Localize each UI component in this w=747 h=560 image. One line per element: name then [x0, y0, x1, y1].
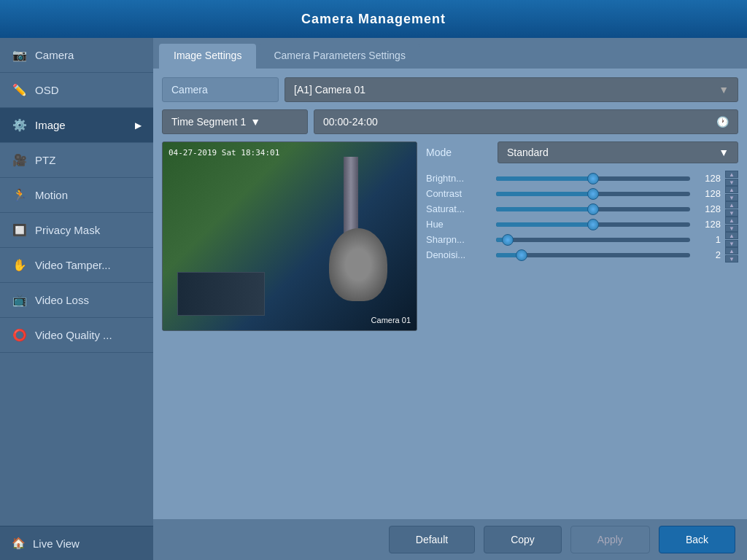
sidebar-item-video-loss[interactable]: 📺 Video Loss: [0, 283, 153, 318]
preview-camera-label: Camera 01: [371, 316, 411, 324]
sidebar-icon-privacy-mask: 🔲: [12, 223, 28, 237]
sidebar-item-ptz[interactable]: 🎥 PTZ: [0, 143, 153, 178]
slider-controls-denoise: ▲ ▼: [725, 247, 738, 262]
camera-preview: 04-27-2019 Sat 18:34:01 Camera 01: [162, 141, 417, 331]
time-segment-row: Time Segment 1 ▼ 00:00-24:00 🕐: [162, 109, 738, 134]
sidebar-item-motion[interactable]: 🏃 Motion: [0, 178, 153, 213]
sidebar-icon-video-tamper: ✋: [12, 258, 28, 272]
app-title: Camera Management: [301, 12, 446, 27]
slider-up-contrast[interactable]: ▲: [725, 186, 738, 193]
sidebar-label-privacy-mask: Privacy Mask: [35, 224, 100, 236]
sidebar-item-privacy-mask[interactable]: 🔲 Privacy Mask: [0, 213, 153, 248]
slider-row-saturation: Saturat... 128 ▲ ▼: [426, 201, 738, 217]
slider-row-sharpness: Sharpn... 1 ▲ ▼: [426, 232, 738, 247]
slider-thumb-contrast[interactable]: [587, 188, 599, 200]
slider-track-sharpness[interactable]: [496, 238, 690, 242]
sidebar-label-ptz: PTZ: [35, 154, 55, 166]
slider-up-brightness[interactable]: ▲: [725, 171, 738, 178]
slider-value-contrast: 128: [694, 188, 721, 199]
tab-image-settings[interactable]: Image Settings: [159, 44, 256, 69]
slider-down-contrast[interactable]: ▼: [725, 194, 738, 201]
sidebar-item-osd[interactable]: ✏️ OSD: [0, 73, 153, 108]
sidebar-icon-camera: 📷: [12, 48, 28, 62]
slider-thumb-hue[interactable]: [587, 219, 599, 230]
slider-label-denoise: Denoisi...: [426, 249, 492, 260]
title-bar: Camera Management: [0, 0, 747, 38]
copy-button[interactable]: Copy: [484, 526, 562, 553]
sidebar-icon-video-loss: 📺: [12, 293, 28, 307]
settings-panel: Camera [A1] Camera 01 ▼ Time Segment 1 ▼…: [153, 69, 747, 519]
middle-section: 04-27-2019 Sat 18:34:01 Camera 01 Mode S…: [162, 141, 738, 510]
slider-controls-contrast: ▲ ▼: [725, 186, 738, 201]
slider-fill-contrast: [496, 192, 593, 196]
slider-controls-saturation: ▲ ▼: [725, 201, 738, 217]
slider-thumb-brightness[interactable]: [587, 173, 599, 184]
live-view-button[interactable]: 🏠 Live View: [0, 526, 153, 560]
bottom-bar: Default Copy Apply Back: [153, 519, 747, 560]
slider-value-brightness: 128: [694, 173, 721, 184]
sidebar: 📷 Camera ✏️ OSD ⚙️ Image ▶ 🎥 PTZ 🏃 Motio…: [0, 38, 153, 560]
slider-value-hue: 128: [694, 219, 721, 230]
back-button[interactable]: Back: [659, 526, 735, 553]
mode-label: Mode: [426, 147, 492, 158]
slider-track-brightness[interactable]: [496, 176, 690, 181]
camera-value-text: [A1] Camera 01: [294, 84, 365, 96]
slider-fill-brightness: [496, 176, 593, 181]
slider-up-hue[interactable]: ▲: [725, 217, 738, 224]
sidebar-label-video-tamper: Video Tamper...: [35, 259, 111, 271]
slider-label-saturation: Saturat...: [426, 203, 492, 214]
sidebar-items: 📷 Camera ✏️ OSD ⚙️ Image ▶ 🎥 PTZ 🏃 Motio…: [0, 38, 153, 353]
sliders-container: Brightn... 128 ▲ ▼ Contrast 128 ▲ ▼ Satu…: [426, 171, 738, 262]
slider-controls-hue: ▲ ▼: [725, 217, 738, 232]
live-view-icon: 🏠: [12, 537, 26, 550]
sidebar-arrow-image: ▶: [135, 120, 142, 131]
slider-up-saturation[interactable]: ▲: [725, 201, 738, 209]
slider-thumb-saturation[interactable]: [587, 203, 599, 215]
default-button[interactable]: Default: [389, 526, 475, 553]
slider-fill-saturation: [496, 207, 593, 211]
camera-value[interactable]: [A1] Camera 01 ▼: [285, 77, 738, 102]
slider-label-sharpness: Sharpn...: [426, 234, 492, 245]
sidebar-item-image[interactable]: ⚙️ Image ▶: [0, 108, 153, 143]
slider-track-denoise[interactable]: [496, 253, 690, 257]
camera-row: Camera [A1] Camera 01 ▼: [162, 77, 738, 102]
slider-value-denoise: 2: [694, 249, 721, 260]
apply-button[interactable]: Apply: [570, 526, 650, 553]
time-value-field[interactable]: 00:00-24:00 🕐: [314, 109, 738, 134]
time-segment-label: Time Segment 1: [171, 116, 246, 128]
sidebar-item-camera[interactable]: 📷 Camera: [0, 38, 153, 73]
slider-down-saturation[interactable]: ▼: [725, 209, 738, 217]
slider-thumb-denoise[interactable]: [516, 249, 527, 261]
sidebar-icon-ptz: 🎥: [12, 153, 28, 167]
slider-down-denoise[interactable]: ▼: [725, 255, 738, 262]
slider-thumb-sharpness[interactable]: [502, 234, 514, 246]
time-segment-arrow: ▼: [250, 116, 260, 128]
slider-track-hue[interactable]: [496, 222, 690, 227]
sidebar-label-camera: Camera: [35, 49, 74, 61]
camera-label: Camera: [162, 77, 279, 102]
main-layout: 📷 Camera ✏️ OSD ⚙️ Image ▶ 🎥 PTZ 🏃 Motio…: [0, 38, 747, 560]
tab-camera-params[interactable]: Camera Parameters Settings: [259, 44, 420, 69]
time-segment-select[interactable]: Time Segment 1 ▼: [162, 109, 308, 134]
tabs-bar: Image SettingsCamera Parameters Settings: [153, 38, 747, 69]
slider-down-brightness[interactable]: ▼: [725, 179, 738, 186]
sidebar-item-video-quality[interactable]: ⭕ Video Quality ...: [0, 318, 153, 353]
slider-track-saturation[interactable]: [496, 207, 690, 211]
mode-value[interactable]: Standard ▼: [498, 141, 738, 163]
sidebar-icon-video-quality: ⭕: [12, 328, 28, 342]
slider-fill-hue: [496, 222, 593, 227]
mode-row: Mode Standard ▼: [426, 141, 738, 163]
slider-down-hue[interactable]: ▼: [725, 225, 738, 232]
sidebar-icon-image: ⚙️: [12, 118, 28, 132]
slider-row-hue: Hue 128 ▲ ▼: [426, 217, 738, 232]
slider-label-hue: Hue: [426, 219, 492, 230]
slider-up-sharpness[interactable]: ▲: [725, 232, 738, 239]
sidebar-item-video-tamper[interactable]: ✋ Video Tamper...: [0, 248, 153, 283]
slider-controls-sharpness: ▲ ▼: [725, 232, 738, 247]
slider-track-contrast[interactable]: [496, 192, 690, 196]
slider-down-sharpness[interactable]: ▼: [725, 240, 738, 247]
preview-timestamp: 04-27-2019 Sat 18:34:01: [169, 148, 279, 158]
scene-object-2: [177, 272, 265, 316]
sidebar-label-motion: Motion: [35, 189, 68, 201]
slider-up-denoise[interactable]: ▲: [725, 247, 738, 254]
